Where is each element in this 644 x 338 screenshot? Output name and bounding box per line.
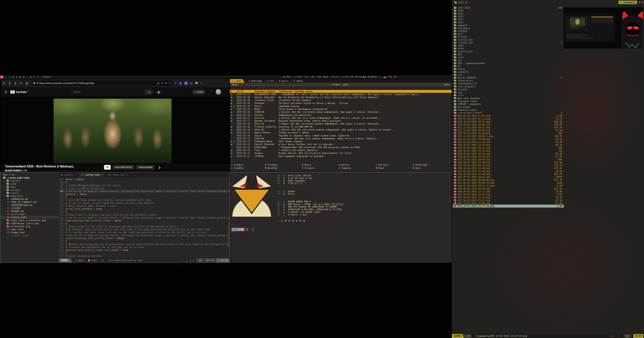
filter-chip[interactable]: All bbox=[104, 165, 111, 170]
code-line[interactable]: 204# By default, next articles are on th… bbox=[59, 228, 230, 231]
container-icon[interactable] bbox=[195, 82, 198, 85]
translate-icon[interactable]: A bbox=[162, 82, 163, 85]
code-line[interactable]: 192mermaid = false bbox=[59, 193, 230, 196]
folder-row[interactable]: sound-micro bbox=[453, 79, 564, 82]
workspace-icon[interactable]: ▦ bbox=[23, 76, 24, 78]
shortcut-folders[interactable]: <Folders bbox=[230, 164, 265, 167]
tab-rss[interactable]: 3 rss bbox=[266, 79, 274, 83]
bookmark-icon[interactable]: ⚑ bbox=[165, 82, 167, 85]
forward-icon[interactable]: ❯ bbox=[14, 82, 16, 85]
tree-dir-content[interactable]: ›content bbox=[0, 179, 58, 182]
mail-row[interactable]: ●2025-02-18ОксанаИнформация для директор… bbox=[230, 113, 452, 116]
code-line[interactable]: 194# Serve Mermaid JavaScript locally. V… bbox=[59, 199, 230, 201]
file-row[interactable]: 035_04-02-2025_16-45.png1003K bbox=[453, 175, 564, 178]
file-row[interactable]: 011_11-01-2025_16-37.png103,7K bbox=[453, 126, 564, 129]
file-row[interactable]: 024_24-01-2025_17-41.png42,4K bbox=[453, 141, 564, 143]
folder-row[interactable]: ntek bbox=[453, 56, 564, 59]
folder-row[interactable]: opera bbox=[453, 68, 564, 71]
workspace-icon[interactable]: ▩ bbox=[30, 76, 31, 78]
code-line[interactable]: 207invert_previous_next_article_links = … bbox=[59, 237, 230, 240]
file-row[interactable]: 040_09-02-2025_17-37.png20,9K bbox=[453, 190, 564, 193]
shortcut-refresh[interactable]: LRefresh bbox=[376, 164, 413, 167]
shortcut-othercmds[interactable]: OOtherCmds bbox=[413, 164, 452, 167]
tree-file-theme.toml[interactable]: [T]theme.toml bbox=[0, 231, 58, 234]
workspace-icon[interactable]: ≡ bbox=[34, 76, 35, 78]
folder-row[interactable]: NGU bbox=[453, 53, 564, 56]
tree-file-LICENSE[interactable]: §LICENSE bbox=[0, 207, 58, 210]
mic-button[interactable] bbox=[156, 89, 162, 95]
code-line[interactable]: 203# Invert order of the links to previo… bbox=[59, 225, 230, 228]
neotree-root[interactable]: ~/zola_tabi/tabi bbox=[0, 176, 58, 179]
file-row[interactable]: 054_23-02-2025_12-06.png87,6K bbox=[453, 202, 564, 205]
shortcut-compose[interactable]: CCompose bbox=[339, 167, 376, 170]
file-row[interactable]: 047_16-02-2025_15-17.png45,9K bbox=[453, 196, 564, 199]
shortcut-reply[interactable]: RReply bbox=[302, 164, 339, 167]
youtube-logo[interactable]: YouTube RU bbox=[10, 90, 30, 94]
file-row[interactable]: 035_04-02-2025_16-40.png995,7K bbox=[453, 173, 564, 175]
workspace-icon[interactable]: ▥ bbox=[20, 76, 21, 78]
code-line[interactable]: 199# Show links to previous and next art… bbox=[59, 213, 230, 216]
code-line[interactable]: 191# Can be set at page or section level… bbox=[59, 190, 230, 193]
folder-row[interactable]: test browsers bbox=[453, 85, 564, 88]
file-row[interactable]: 026_26-01-2025_15-49.png74K bbox=[453, 149, 564, 152]
tree-file-cliff.toml[interactable]: [T]cliff.toml bbox=[0, 213, 58, 216]
notifications-button[interactable] bbox=[210, 90, 213, 93]
tree-dir-i18n[interactable]: ›i18n bbox=[0, 182, 58, 185]
code-line[interactable]: 209# Whether the navigation for previous… bbox=[59, 243, 230, 246]
shortcut-viewmsg[interactable]: >ViewMsg bbox=[230, 167, 265, 170]
folder-row[interactable]: speedometer3.0 bbox=[453, 82, 564, 85]
shortcut-forward[interactable]: FForward bbox=[302, 167, 339, 170]
workspace-icon[interactable]: ◧ bbox=[16, 76, 17, 78]
code-line[interactable]: 211previous_next_article_links_full_widt… bbox=[59, 249, 230, 251]
tab-music[interactable]: 4 music bbox=[278, 79, 289, 83]
yazi-tab-2[interactable]: 2 X bbox=[639, 1, 643, 4]
shortcut-move[interactable]: MMove bbox=[376, 167, 413, 170]
hamburger-icon[interactable]: ☰ bbox=[4, 90, 7, 94]
mail-row[interactable]: ●2025-02-11JETMAILВаш надежный подрядчик… bbox=[230, 155, 452, 158]
file-row[interactable]: 025_25-01-2025_13-47.png38,1K bbox=[453, 143, 564, 146]
tree-file-README.md[interactable]: ▤README.md bbox=[0, 210, 58, 213]
file-row[interactable]: 025_25-01-2025_18-21.png30K bbox=[453, 146, 564, 149]
mail-row[interactable]: ●2025-02-15OzOn_RU❢Срочно! Для Вас посту… bbox=[230, 128, 452, 131]
back-icon[interactable]: ❮ bbox=[8, 82, 11, 85]
mail-row[interactable]: ●2025-02-15Идите ЛесомЧетыре истории о л… bbox=[230, 131, 452, 134]
file-row[interactable]: 055_24-02-2025_15:27:19.png2,4M bbox=[453, 205, 564, 208]
file-row[interactable]: 047_16-02-2025_15-41.png65,5K bbox=[453, 199, 564, 202]
tree-file-sumi.toml[interactable]: [T]sumi.toml bbox=[0, 228, 58, 231]
arch-launcher-icon[interactable]: A bbox=[0, 75, 4, 79]
file-row[interactable]: 037_06-02-2025_20:08:08.png915,3K bbox=[453, 178, 564, 181]
mail-row[interactable]: ●ʃ2025-02-13Лебедева ЮлияSOS! Нужна помо… bbox=[230, 140, 452, 143]
file-row[interactable]: 029_29-01-2025_20-19.png130,1K bbox=[453, 164, 564, 167]
file-row[interactable]: 030_30-01-2025_21-20.png678,9K bbox=[453, 167, 564, 170]
tab-whatsapp[interactable]: 2 whatsapp bbox=[248, 79, 263, 83]
shortcut-nextmsg[interactable]: NNextMsg bbox=[265, 167, 302, 170]
tab-bspwmrc[interactable]: ▤bspwmrc✕ bbox=[59, 172, 78, 177]
mail-row[interactable]: 2025-02-16Ozon_Py❢Важно! Для Вас поступи… bbox=[230, 122, 452, 125]
code-line[interactable]: 210# To match the navigation bar at the … bbox=[59, 246, 230, 249]
extension-blue-icon[interactable]: k bbox=[184, 82, 188, 85]
mail-row[interactable]: 2025-02-14ЭльзаРеклама от первого лица, … bbox=[230, 134, 452, 137]
shortcut-quit[interactable]: QQuit bbox=[413, 167, 452, 170]
mail-row[interactable]: ●2025-02-18OZON_RU✉Срочно! Для Вас посту… bbox=[230, 111, 452, 113]
create-button[interactable]: + Create bbox=[192, 89, 205, 95]
folder-row[interactable]: COVID19 bbox=[453, 30, 564, 33]
file-row[interactable]: 011_11-01-2025_20-02.png11,1K bbox=[453, 129, 564, 132]
tree-file-screenshot.png[interactable]: screenshot.png bbox=[0, 225, 58, 228]
folder-row[interactable]: KSIN bbox=[453, 47, 564, 50]
folder-row[interactable]: adguard bbox=[453, 24, 564, 27]
folder-row[interactable]: benchmark bbox=[453, 27, 564, 30]
folder-row[interactable]: 2024 bbox=[453, 21, 564, 24]
shortcut-delete[interactable]: DDelete bbox=[339, 164, 376, 167]
folder-row[interactable]: Настройки bbox=[453, 106, 564, 108]
rss-icon[interactable]: ◍ bbox=[158, 82, 160, 85]
tree-file-light_dark_screenshot.png[interactable]: light_dark_screenshot.png bbox=[0, 219, 58, 222]
editor-scrollbar[interactable] bbox=[228, 222, 229, 247]
folder-row[interactable]: dell bbox=[453, 33, 564, 36]
mail-row[interactable]: ●2025-02-20НеонилаЭкспресс-доставка груз… bbox=[230, 102, 452, 105]
folder-row[interactable]: firefox-1152 bbox=[453, 41, 564, 44]
library-icon[interactable]: ▥ bbox=[179, 82, 182, 85]
folder-row[interactable]: vpn bbox=[453, 91, 564, 94]
tree-file-CONTRIBUTING.md[interactable]: ✎CONTRIBUTING.md bbox=[0, 204, 58, 207]
file-row[interactable]: 040_09-02-2025_10-16.png147,5K bbox=[453, 187, 564, 190]
mail-row[interactable]: ●2025-02-12ExodusExodus Wallet: New Veri… bbox=[230, 152, 452, 155]
